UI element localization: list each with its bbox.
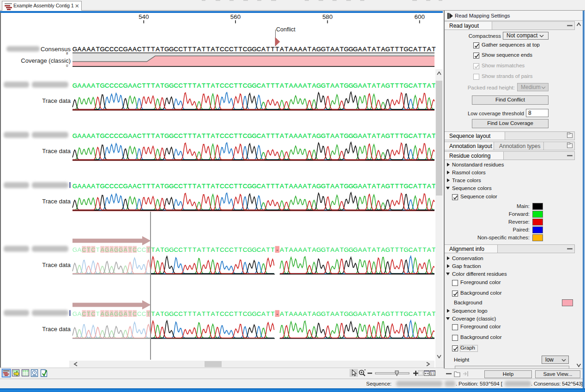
svg-text:GAAAATGCCCCGAACTTTATGGCCTTTATT: GAAAATGCCCCGAACTTTATGGCCTTTATTATCCCTTCGG… — [72, 82, 436, 89]
svg-text:ATAAAATAGGTAATGGGAATATAGTTTGCA: ATAAAATAGGTAATGGGAATATAGTTTGCATTAT — [280, 246, 435, 253]
svg-text:GACTCTAGAGGATCCCT: GACTCTAGAGGATCCCT — [72, 246, 151, 253]
svg-text:GAAAATGCCCCGAACTTTATGGCCTTTATT: GAAAATGCCCCGAACTTTATGGCCTTTATTATCCCTTCGG… — [72, 132, 436, 139]
svg-text:GAAAATGCCCCGAACTTTATGGCCTTTATT: GAAAATGCCCCGAACTTTATGGCCTTTATTATCCCTTCGG… — [72, 183, 436, 190]
svg-text:TATGGCCTTTATTATCCCTTCGGCATT: TATGGCCTTTATTATCCCTTCGGCATT — [151, 246, 274, 253]
svg-text:1:1: 1:1 — [430, 372, 434, 375]
svg-text:TATGGCCTTTATTATCCCTTCGGCATT: TATGGCCTTTATTATCCCTTCGGCATT — [151, 310, 274, 317]
svg-text:-: - — [276, 310, 278, 317]
svg-text:ATAAAATAGGTAATGGGAATATAGTTTGCA: ATAAAATAGGTAATGGGAATATAGTTTGCATTAT — [280, 310, 435, 317]
svg-text:-: - — [276, 246, 278, 253]
svg-text:GACTCTAGAGGATCCCT: GACTCTAGAGGATCCCT — [72, 310, 151, 317]
